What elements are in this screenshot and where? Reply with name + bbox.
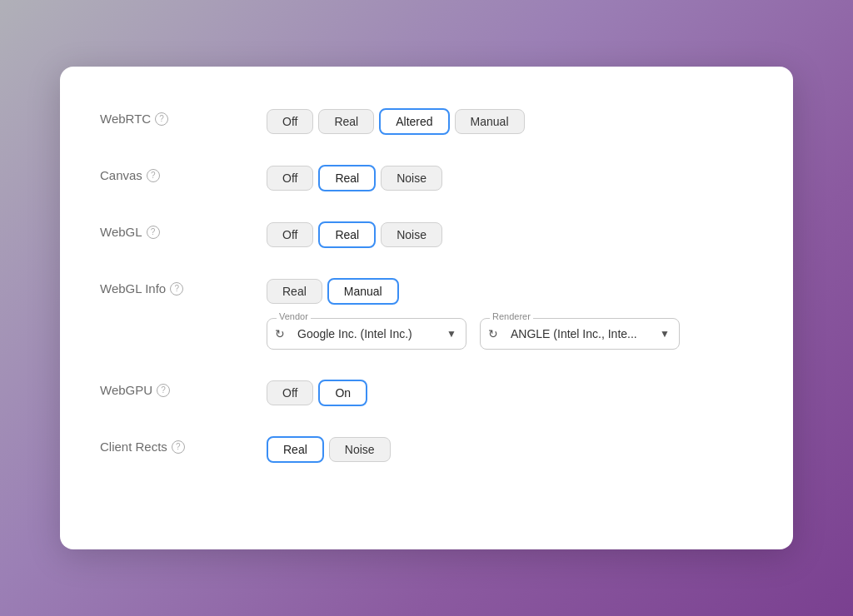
dropdown-wrapper-vendor: Vendor↻Google Inc. (Intel Inc.)Intel Inc… — [267, 313, 466, 350]
btn-webgl-noise[interactable]: Noise — [381, 222, 442, 247]
label-webgl: WebGL? — [100, 221, 267, 239]
dropdown-select-vendor[interactable]: Google Inc. (Intel Inc.)Intel Inc.NVIDIA… — [267, 318, 466, 350]
btn-canvas-noise[interactable]: Noise — [381, 166, 442, 191]
btn-canvas-off[interactable]: Off — [267, 166, 313, 191]
label-text-canvas: Canvas — [100, 168, 142, 182]
controls-client-rects: RealNoise — [267, 436, 391, 463]
label-canvas: Canvas? — [100, 165, 267, 182]
help-icon-webgpu[interactable]: ? — [157, 384, 170, 397]
dropdown-container-renderer: Renderer↻ANGLE (Intel Inc., Inte...ANGLE… — [480, 318, 680, 350]
controls-webgl: OffRealNoise — [267, 221, 442, 248]
label-text-webgl: WebGL — [100, 225, 142, 239]
btn-webgl-off[interactable]: Off — [267, 222, 313, 247]
setting-row-webgl-info: WebGL Info?RealManualVendor↻Google Inc. … — [100, 263, 753, 365]
help-icon-client-rects[interactable]: ? — [172, 440, 185, 454]
label-text-webrtc: WebRTC — [100, 112, 151, 126]
btn-webrtc-altered[interactable]: Altered — [379, 108, 449, 135]
button-group-canvas: OffRealNoise — [267, 165, 442, 191]
label-webrtc: WebRTC? — [100, 108, 267, 126]
btn-client-rects-noise[interactable]: Noise — [329, 437, 391, 462]
btn-webgl-info-manual[interactable]: Manual — [327, 278, 399, 305]
help-icon-webgl[interactable]: ? — [147, 226, 160, 239]
setting-row-canvas: Canvas?OffRealNoise — [100, 150, 753, 206]
help-icon-canvas[interactable]: ? — [147, 169, 160, 182]
btn-webrtc-real[interactable]: Real — [318, 109, 374, 134]
label-text-client-rects: Client Rects — [100, 440, 167, 454]
setting-row-webgpu: WebGPU?OffOn — [100, 365, 753, 421]
controls-canvas: OffRealNoise — [267, 165, 442, 191]
button-group-webgl-info: RealManual — [267, 278, 680, 305]
label-webgl-info: WebGL Info? — [100, 278, 267, 296]
btn-webgpu-on[interactable]: On — [318, 380, 367, 406]
button-group-webgl: OffRealNoise — [267, 221, 442, 248]
button-group-webrtc: OffRealAlteredManual — [267, 108, 525, 135]
btn-webrtc-off[interactable]: Off — [267, 109, 313, 134]
btn-client-rects-real[interactable]: Real — [267, 436, 324, 463]
setting-row-webrtc: WebRTC?OffRealAlteredManual — [100, 93, 753, 150]
btn-webgl-real[interactable]: Real — [318, 221, 376, 248]
help-icon-webgl-info[interactable]: ? — [170, 282, 183, 296]
btn-canvas-real[interactable]: Real — [318, 165, 376, 191]
button-group-client-rects: RealNoise — [267, 436, 391, 463]
dropdown-label-renderer: Renderer — [490, 311, 533, 321]
btn-webgpu-off[interactable]: Off — [267, 380, 313, 405]
settings-card: WebRTC?OffRealAlteredManualCanvas?OffRea… — [60, 67, 793, 549]
dropdowns-row-webgl-info: Vendor↻Google Inc. (Intel Inc.)Intel Inc… — [267, 313, 680, 350]
setting-row-webgl: WebGL?OffRealNoise — [100, 206, 753, 263]
help-icon-webrtc[interactable]: ? — [155, 112, 168, 126]
button-group-webgpu: OffOn — [267, 380, 367, 406]
dropdown-select-renderer[interactable]: ANGLE (Intel Inc., Inte...ANGLE (NVIDIA,… — [480, 318, 680, 350]
btn-webgl-info-real[interactable]: Real — [267, 279, 322, 304]
label-text-webgl-info: WebGL Info — [100, 281, 166, 296]
dropdown-container-vendor: Vendor↻Google Inc. (Intel Inc.)Intel Inc… — [267, 318, 466, 350]
label-webgpu: WebGPU? — [100, 380, 267, 397]
dropdown-wrapper-renderer: Renderer↻ANGLE (Intel Inc., Inte...ANGLE… — [480, 313, 680, 350]
controls-webgpu: OffOn — [267, 380, 367, 406]
btn-webrtc-manual[interactable]: Manual — [455, 109, 525, 134]
controls-webgl-info: RealManualVendor↻Google Inc. (Intel Inc.… — [267, 278, 680, 350]
label-text-webgpu: WebGPU — [100, 383, 152, 397]
dropdown-label-vendor: Vendor — [277, 311, 311, 321]
label-client-rects: Client Rects? — [100, 436, 267, 454]
controls-webrtc: OffRealAlteredManual — [267, 108, 525, 135]
setting-row-client-rects: Client Rects?RealNoise — [100, 421, 753, 478]
